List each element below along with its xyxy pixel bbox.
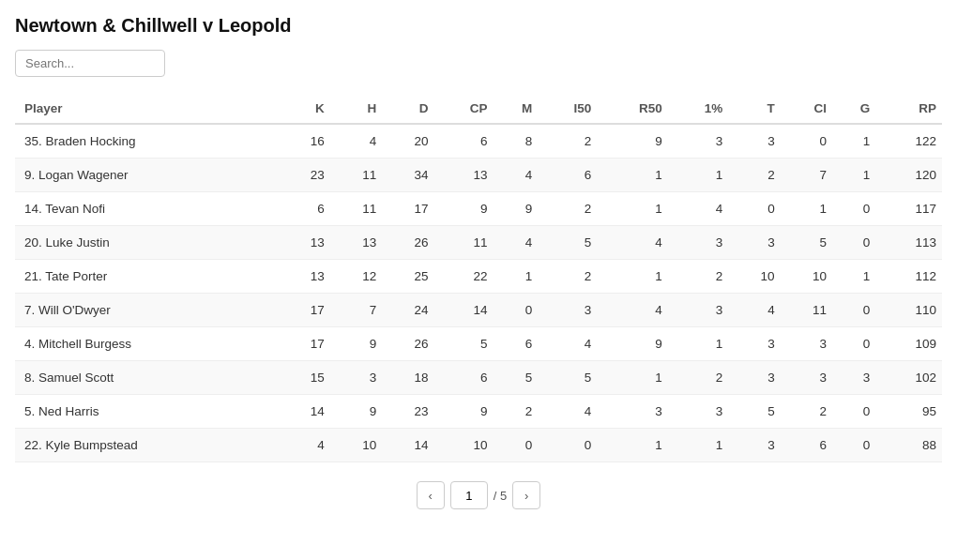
cell-player: 9. Logan Wagener (15, 159, 278, 192)
cell-CI: 0 (781, 124, 832, 159)
cell-1pct: 1 (668, 429, 729, 462)
col-header-player: Player (15, 94, 278, 124)
cell-CP: 22 (434, 260, 494, 294)
cell-R50: 1 (597, 192, 667, 226)
cell-K: 23 (278, 159, 329, 192)
col-header-H: H (330, 94, 382, 124)
cell-T: 3 (728, 226, 780, 260)
cell-1pct: 3 (668, 395, 729, 429)
cell-D: 24 (382, 294, 433, 327)
cell-player: 21. Tate Porter (15, 260, 278, 294)
next-page-button[interactable]: › (512, 481, 540, 509)
table-body: 35. Braden Hocking16420682933011229. Log… (15, 124, 942, 462)
cell-M: 4 (494, 226, 539, 260)
cell-H: 4 (330, 124, 382, 159)
cell-R50: 9 (597, 124, 667, 159)
cell-H: 13 (330, 226, 382, 260)
cell-CP: 13 (434, 159, 494, 192)
cell-1pct: 3 (668, 124, 729, 159)
cell-M: 6 (494, 327, 539, 361)
cell-RP: 109 (875, 327, 942, 361)
cell-D: 34 (382, 159, 433, 192)
cell-I50: 4 (538, 395, 597, 429)
cell-RP: 95 (875, 395, 942, 429)
table-row: 4. Mitchell Burgess1792656491330109 (15, 327, 942, 361)
table-row: 5. Ned Harris149239243352095 (15, 395, 942, 429)
page-input[interactable] (450, 481, 488, 509)
cell-T: 3 (728, 361, 780, 395)
cell-H: 9 (330, 395, 382, 429)
cell-G: 0 (832, 395, 875, 429)
cell-I50: 2 (538, 260, 597, 294)
cell-M: 0 (494, 429, 539, 462)
cell-RP: 117 (875, 192, 942, 226)
cell-I50: 2 (538, 124, 597, 159)
cell-G: 0 (832, 327, 875, 361)
cell-T: 3 (728, 124, 780, 159)
col-header-M: M (494, 94, 539, 124)
cell-T: 4 (728, 294, 780, 327)
cell-K: 13 (278, 260, 329, 294)
cell-D: 20 (382, 124, 433, 159)
cell-1pct: 3 (668, 294, 729, 327)
cell-D: 23 (382, 395, 433, 429)
cell-CP: 6 (434, 124, 494, 159)
cell-CI: 2 (781, 395, 832, 429)
cell-M: 2 (494, 395, 539, 429)
col-header-RP: RP (875, 94, 942, 124)
cell-T: 2 (728, 159, 780, 192)
cell-D: 17 (382, 192, 433, 226)
cell-CI: 10 (781, 260, 832, 294)
prev-page-button[interactable]: ‹ (417, 481, 445, 509)
cell-CP: 9 (434, 395, 494, 429)
cell-G: 0 (832, 294, 875, 327)
cell-RP: 88 (875, 429, 942, 462)
search-input[interactable] (15, 50, 165, 77)
cell-G: 1 (832, 124, 875, 159)
col-header-I50: I50 (538, 94, 597, 124)
col-header-CP: CP (434, 94, 494, 124)
cell-I50: 5 (538, 226, 597, 260)
table-row: 9. Logan Wagener231134134611271120 (15, 159, 942, 192)
cell-CI: 5 (781, 226, 832, 260)
table-row: 35. Braden Hocking1642068293301122 (15, 124, 942, 159)
col-header-R50: R50 (597, 94, 667, 124)
cell-CI: 11 (781, 294, 832, 327)
cell-K: 15 (278, 361, 329, 395)
table-row: 21. Tate Porter13122522121210101112 (15, 260, 942, 294)
cell-RP: 122 (875, 124, 942, 159)
table-header: PlayerKHDCPMI50R501%TClGRP (15, 94, 942, 124)
cell-player: 4. Mitchell Burgess (15, 327, 278, 361)
search-container (15, 50, 942, 77)
cell-1pct: 2 (668, 260, 729, 294)
table-row: 7. Will O'Dwyer177241403434110110 (15, 294, 942, 327)
cell-R50: 1 (597, 361, 667, 395)
cell-M: 8 (494, 124, 539, 159)
cell-CP: 14 (434, 294, 494, 327)
cell-1pct: 1 (668, 327, 729, 361)
cell-K: 17 (278, 327, 329, 361)
col-header-1pct: 1% (668, 94, 729, 124)
pagination: ‹ / 5 › (15, 481, 942, 509)
cell-M: 4 (494, 159, 539, 192)
table-row: 22. Kyle Bumpstead4101410001136088 (15, 429, 942, 462)
stats-table: PlayerKHDCPMI50R501%TClGRP 35. Braden Ho… (15, 94, 942, 462)
cell-RP: 102 (875, 361, 942, 395)
cell-D: 26 (382, 327, 433, 361)
cell-D: 14 (382, 429, 433, 462)
cell-H: 11 (330, 192, 382, 226)
table-row: 8. Samuel Scott1531865512333102 (15, 361, 942, 395)
cell-T: 10 (728, 260, 780, 294)
cell-CI: 3 (781, 327, 832, 361)
cell-G: 1 (832, 260, 875, 294)
cell-player: 5. Ned Harris (15, 395, 278, 429)
cell-G: 3 (832, 361, 875, 395)
cell-player: 8. Samuel Scott (15, 361, 278, 395)
cell-G: 1 (832, 159, 875, 192)
cell-CP: 10 (434, 429, 494, 462)
cell-D: 25 (382, 260, 433, 294)
cell-CP: 9 (434, 192, 494, 226)
cell-K: 13 (278, 226, 329, 260)
cell-G: 0 (832, 429, 875, 462)
cell-CI: 3 (781, 361, 832, 395)
